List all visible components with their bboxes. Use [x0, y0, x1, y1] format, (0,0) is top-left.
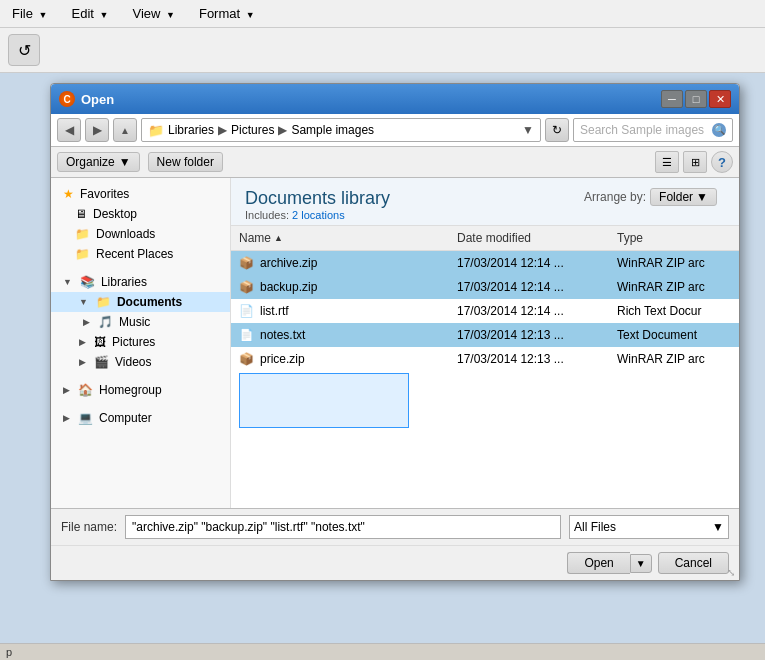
- back-button[interactable]: ◀: [57, 118, 81, 142]
- pictures-icon: 🖼: [94, 335, 106, 349]
- maximize-button[interactable]: □: [685, 90, 707, 108]
- documents-icon: 📁: [96, 295, 111, 309]
- file-date-cell: 17/03/2014 12:14 ...: [449, 302, 609, 320]
- file-icon: 📄: [239, 328, 254, 342]
- file-date-cell: 17/03/2014 12:13 ...: [449, 350, 609, 368]
- locations-link[interactable]: 2 locations: [292, 209, 345, 221]
- file-icon: 📄: [239, 304, 254, 318]
- menu-view[interactable]: View ▼: [128, 4, 179, 23]
- up-button[interactable]: ▲: [113, 118, 137, 142]
- menu-edit[interactable]: Edit ▼: [68, 4, 113, 23]
- filetype-value: All Files: [574, 520, 616, 534]
- sidebar-item-desktop[interactable]: 🖥 Desktop: [51, 204, 230, 224]
- open-dropdown-button[interactable]: ▼: [630, 554, 652, 573]
- file-name-cell: 📦 backup.zip: [231, 278, 449, 296]
- open-button-group: Open ▼: [567, 552, 651, 574]
- view-grid-button[interactable]: ⊞: [683, 151, 707, 173]
- arrange-bar: Arrange by: Folder ▼: [584, 188, 725, 206]
- main-area: C Open ─ □ ✕ ◀ ▶ ▲ 📁 Libraries ▶ Pictur: [0, 73, 765, 660]
- toolbar-refresh-icon[interactable]: ↺: [8, 34, 40, 66]
- view-toggle-button[interactable]: ☰: [655, 151, 679, 173]
- sidebar-item-videos[interactable]: ▶ 🎬 Videos: [51, 352, 230, 372]
- favorites-label: Favorites: [80, 187, 129, 201]
- close-button[interactable]: ✕: [709, 90, 731, 108]
- homegroup-icon: 🏠: [78, 383, 93, 397]
- table-row[interactable]: 📄 notes.txt 17/03/2014 12:13 ... Text Do…: [231, 323, 739, 347]
- new-folder-button[interactable]: New folder: [148, 152, 223, 172]
- table-row[interactable]: 📦 price.zip 17/03/2014 12:13 ... WinRAR …: [231, 347, 739, 371]
- table-row[interactable]: 📄 list.rtf 17/03/2014 12:14 ... Rich Tex…: [231, 299, 739, 323]
- search-icon: 🔍: [712, 123, 726, 137]
- file-date-cell: 17/03/2014 12:14 ...: [449, 278, 609, 296]
- desktop-icon: 🖥: [75, 207, 87, 221]
- sidebar-libraries-heading[interactable]: ▼ 📚 Libraries: [51, 272, 230, 292]
- table-row[interactable]: 📦 backup.zip 17/03/2014 12:14 ... WinRAR…: [231, 275, 739, 299]
- path-libraries[interactable]: Libraries: [168, 123, 214, 137]
- documents-expand-icon: ▼: [79, 297, 88, 307]
- music-icon: 🎵: [98, 315, 113, 329]
- address-refresh-button[interactable]: ↻: [545, 118, 569, 142]
- sidebar-item-recent-places[interactable]: 📁 Recent Places: [51, 244, 230, 264]
- file-icon: 📦: [239, 352, 254, 366]
- col-name[interactable]: Name ▲: [231, 229, 449, 247]
- app-toolbar: ↺: [0, 28, 765, 73]
- cancel-button[interactable]: Cancel: [658, 552, 729, 574]
- path-dropdown-arrow[interactable]: ▼: [522, 123, 534, 137]
- path-sample-images[interactable]: Sample images: [291, 123, 374, 137]
- libraries-expand-icon: ▼: [63, 277, 72, 287]
- resize-handle[interactable]: ⤡: [727, 567, 735, 578]
- arrange-by-button[interactable]: Folder ▼: [650, 188, 717, 206]
- homegroup-expand-icon: ▶: [63, 385, 70, 395]
- view-controls: ☰ ⊞ ?: [655, 151, 733, 173]
- drag-selection-rect: [239, 373, 409, 428]
- computer-icon: 💻: [78, 411, 93, 425]
- menu-file[interactable]: File ▼: [8, 4, 52, 23]
- col-date-modified[interactable]: Date modified: [449, 229, 609, 247]
- file-type-cell: WinRAR ZIP arc: [609, 254, 739, 272]
- search-box[interactable]: Search Sample images 🔍: [573, 118, 733, 142]
- bottom-bar: File name: All Files ▼: [51, 508, 739, 545]
- libraries-icon: 📚: [80, 275, 95, 289]
- sidebar-item-documents[interactable]: ▼ 📁 Documents: [51, 292, 230, 312]
- action-row: Open ▼ Cancel: [51, 545, 739, 580]
- panel-header: Documents library Includes: 2 locations …: [231, 178, 739, 226]
- file-name: backup.zip: [260, 280, 317, 294]
- open-button[interactable]: Open: [567, 552, 629, 574]
- sort-arrow-icon: ▲: [274, 233, 283, 243]
- file-icon: 📦: [239, 256, 254, 270]
- file-name-cell: 📄 notes.txt: [231, 326, 449, 344]
- title-controls: ─ □ ✕: [661, 90, 731, 108]
- table-row[interactable]: 📦 archive.zip 17/03/2014 12:14 ... WinRA…: [231, 251, 739, 275]
- help-button[interactable]: ?: [711, 151, 733, 173]
- filename-input[interactable]: [125, 515, 561, 539]
- col-type[interactable]: Type: [609, 229, 739, 247]
- favorites-star-icon: ★: [63, 187, 74, 201]
- file-name: notes.txt: [260, 328, 305, 342]
- file-name: archive.zip: [260, 256, 317, 270]
- title-bar: C Open ─ □ ✕: [51, 84, 739, 114]
- sidebar-item-computer[interactable]: ▶ 💻 Computer: [51, 408, 230, 428]
- sidebar-item-homegroup[interactable]: ▶ 🏠 Homegroup: [51, 380, 230, 400]
- address-bar: ◀ ▶ ▲ 📁 Libraries ▶ Pictures ▶ Sample im…: [51, 114, 739, 147]
- filetype-dropdown[interactable]: All Files ▼: [569, 515, 729, 539]
- computer-expand-icon: ▶: [63, 413, 70, 423]
- address-path[interactable]: 📁 Libraries ▶ Pictures ▶ Sample images ▼: [141, 118, 541, 142]
- path-pictures[interactable]: Pictures: [231, 123, 274, 137]
- status-bar: p: [0, 643, 765, 660]
- file-toolbar: Organize ▼ New folder ☰ ⊞ ?: [51, 147, 739, 178]
- sidebar-item-music[interactable]: ▶ 🎵 Music: [51, 312, 230, 332]
- path-folder-icon: 📁: [148, 123, 164, 138]
- file-name: price.zip: [260, 352, 305, 366]
- music-expand-icon: ▶: [83, 317, 90, 327]
- forward-button[interactable]: ▶: [85, 118, 109, 142]
- filename-label: File name:: [61, 520, 117, 534]
- sidebar-favorites-heading[interactable]: ★ Favorites: [51, 184, 230, 204]
- organize-button[interactable]: Organize ▼: [57, 152, 140, 172]
- menu-format[interactable]: Format ▼: [195, 4, 259, 23]
- file-date-cell: 17/03/2014 12:13 ...: [449, 326, 609, 344]
- minimize-button[interactable]: ─: [661, 90, 683, 108]
- open-dialog: C Open ─ □ ✕ ◀ ▶ ▲ 📁 Libraries ▶ Pictur: [50, 83, 740, 581]
- title-bar-left: C Open: [59, 91, 114, 107]
- sidebar-item-downloads[interactable]: 📁 Downloads: [51, 224, 230, 244]
- sidebar-item-pictures[interactable]: ▶ 🖼 Pictures: [51, 332, 230, 352]
